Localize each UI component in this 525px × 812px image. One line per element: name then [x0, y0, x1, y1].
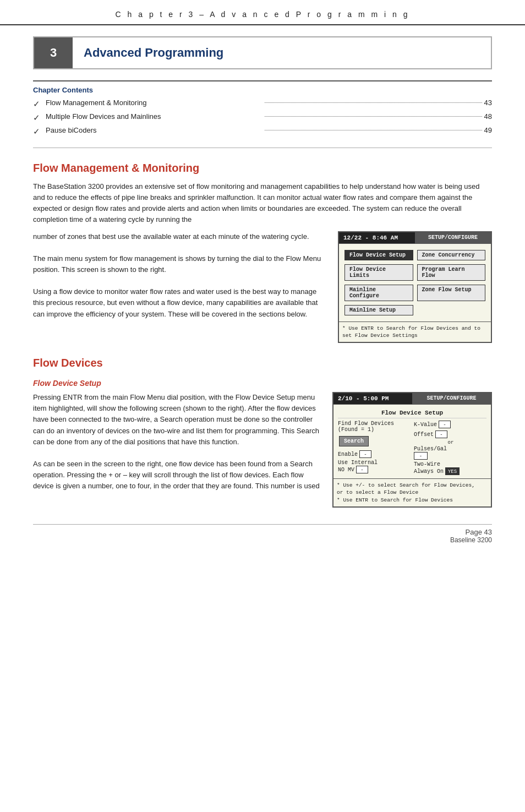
contents-page-1: 43: [484, 99, 492, 107]
use-internal-row: Use Internal NO MV -: [338, 460, 411, 473]
device-screen-2-time: 2/10 - 5:00 PM: [333, 393, 412, 404]
find-flow-devices-label: Find Flow Devices: [338, 421, 411, 427]
use-internal-field: Use Internal: [338, 460, 411, 466]
contents-dots-2: [265, 116, 482, 117]
device-btn-flow-device-setup[interactable]: Flow Device Setup: [344, 250, 413, 260]
device-btn-zone-flow-setup[interactable]: Zone Flow Setup: [417, 285, 486, 301]
device-screen-1-setup: SETUP/CONFIGURE: [415, 232, 491, 243]
k-value-box: -: [439, 421, 451, 428]
no-mv-field: NO MV -: [338, 466, 411, 473]
enable-field: Enable -: [338, 450, 411, 458]
page-number: Page 43: [466, 528, 492, 536]
flow-devices-heading: Flow Devices: [33, 357, 492, 370]
contents-dots-1: [265, 102, 482, 103]
device-screen-2-setup: SETUP/CONFIGURE: [412, 393, 491, 404]
flow-management-para-1: The BaseStation 3200 provides an extensi…: [33, 181, 492, 226]
always-on-box: YES: [445, 467, 460, 475]
enable-value: -: [359, 450, 371, 458]
device-screen-2-header: 2/10 - 5:00 PM SETUP/CONFIGURE: [333, 393, 491, 405]
chapter-contents-label: Chapter Contents: [33, 86, 492, 94]
contents-text-3: Pause biCoders: [46, 126, 262, 134]
device-screen-2-col: 2/10 - 5:00 PM SETUP/CONFIGURE Flow Devi…: [332, 392, 492, 508]
offset-box: -: [435, 430, 447, 438]
pulses-value-field: -: [414, 452, 486, 460]
device-btn-mainline-configure[interactable]: Mainline Configure: [344, 285, 413, 301]
chapter-header-title: C h a p t e r 3 – A d v a n c e d P r o …: [116, 10, 410, 19]
found-count: (Found = 1): [338, 427, 411, 433]
device-btn-mainline-setup[interactable]: Mainline Setup: [344, 305, 413, 315]
device-left-col: Find Flow Devices (Found = 1) Search Ena…: [338, 421, 411, 473]
contents-text-2: Multiple Flow Devices and Mainlines: [46, 112, 262, 121]
search-button[interactable]: Search: [339, 436, 369, 446]
check-icon-1: ✓: [33, 99, 40, 109]
device-screen-1-col: 12/22 - 8:46 AM SETUP/CONFIGURE Flow Dev…: [338, 231, 492, 344]
flow-management-heading: Flow Management & Monitoring: [33, 162, 492, 176]
chapter-box: 3 Advanced Programming: [33, 36, 492, 69]
flow-management-two-col: number of zones that best use the availa…: [33, 231, 492, 344]
footer-brand: Baseline 3200: [450, 536, 492, 544]
search-button-container: Search: [338, 435, 411, 448]
two-wire-field: Two-Wire: [414, 461, 486, 467]
enable-row: Enable -: [338, 450, 411, 458]
check-icon-2: ✓: [33, 113, 40, 123]
flow-device-setup-subheading: Flow Device Setup: [33, 379, 492, 388]
page-footer: Page 43 Baseline 3200: [33, 524, 492, 544]
contents-item-3: ✓ Pause biCoders 49: [33, 126, 492, 137]
pulses-box: -: [414, 452, 428, 460]
device-screen-2-note: * Use +/- to select Search for Flow Devi…: [333, 478, 491, 506]
device-screen-1-note: * Use ENTR to Search for Flow Devices an…: [339, 321, 491, 342]
device-btn-program-learn-flow[interactable]: Program Learn Flow: [417, 264, 486, 281]
flow-management-para-3: The main menu system for flow management…: [33, 253, 327, 275]
device-screen-2-title: Flow Device Setup: [338, 410, 486, 418]
flow-devices-two-col: Pressing ENTR from the main Flow Menu di…: [33, 392, 492, 508]
note-line-2: or to select a Flow Device: [337, 489, 488, 496]
page-header: C h a p t e r 3 – A d v a n c e d P r o …: [0, 0, 525, 25]
flow-management-para-2: number of zones that best use the availa…: [33, 231, 327, 242]
section-divider: [33, 148, 492, 148]
device-screen-1: 12/22 - 8:46 AM SETUP/CONFIGURE Flow Dev…: [338, 231, 492, 344]
device-screen-1-time: 12/22 - 8:46 AM: [339, 232, 415, 243]
flow-devices-text: Pressing ENTR from the main Flow Menu di…: [33, 392, 324, 492]
device-screen-2: 2/10 - 5:00 PM SETUP/CONFIGURE Flow Devi…: [332, 392, 492, 508]
no-mv-value: -: [356, 466, 368, 473]
k-value-field: K-Value -: [414, 421, 486, 428]
device-screen-1-header: 12/22 - 8:46 AM SETUP/CONFIGURE: [339, 232, 491, 244]
note-line-3: * Use ENTR to Search for Flow Devices: [337, 497, 488, 504]
contents-item-1: ✓ Flow Management & Monitoring 43: [33, 99, 492, 109]
chapter-title: Advanced Programming: [73, 37, 234, 68]
device-btn-flow-device-limits[interactable]: Flow Device Limits: [344, 264, 413, 281]
flow-devices-para-2: As can be seen in the screen to the righ…: [33, 459, 324, 492]
flow-devices-para-1: Pressing ENTR from the main Flow Menu di…: [33, 392, 324, 448]
always-on-field: Always On YES: [414, 467, 486, 475]
flow-management-para-4: Using a flow device to monitor water flo…: [33, 286, 327, 319]
device-right-col: K-Value - Offset - or Pulses/Gal -: [414, 421, 486, 475]
device-screen-2-body: Flow Device Setup Find Flow Devices (Fou…: [333, 405, 491, 478]
contents-page-2: 48: [484, 112, 492, 121]
pulses-field: Pulses/Gal: [414, 446, 486, 452]
device-screen-1-grid: Flow Device Setup Zone Concurrency Flow …: [343, 249, 486, 317]
contents-page-3: 49: [484, 126, 492, 134]
device-btn-zone-concurrency[interactable]: Zone Concurrency: [417, 250, 486, 260]
check-icon-3: ✓: [33, 127, 40, 137]
flow-management-text-col: number of zones that best use the availa…: [33, 231, 327, 320]
note-line-1: * Use +/- to select Search for Flow Devi…: [337, 482, 488, 489]
chapter-number: 3: [34, 37, 73, 68]
contents-text-1: Flow Management & Monitoring: [46, 99, 262, 107]
contents-dots-3: [265, 130, 482, 130]
contents-item-2: ✓ Multiple Flow Devices and Mainlines 48: [33, 112, 492, 123]
device-screen-1-body: Flow Device Setup Zone Concurrency Flow …: [339, 244, 491, 321]
or-label: or: [415, 440, 486, 445]
offset-field: Offset -: [414, 430, 486, 438]
chapter-contents-section: Chapter Contents ✓ Flow Management & Mon…: [33, 80, 492, 137]
